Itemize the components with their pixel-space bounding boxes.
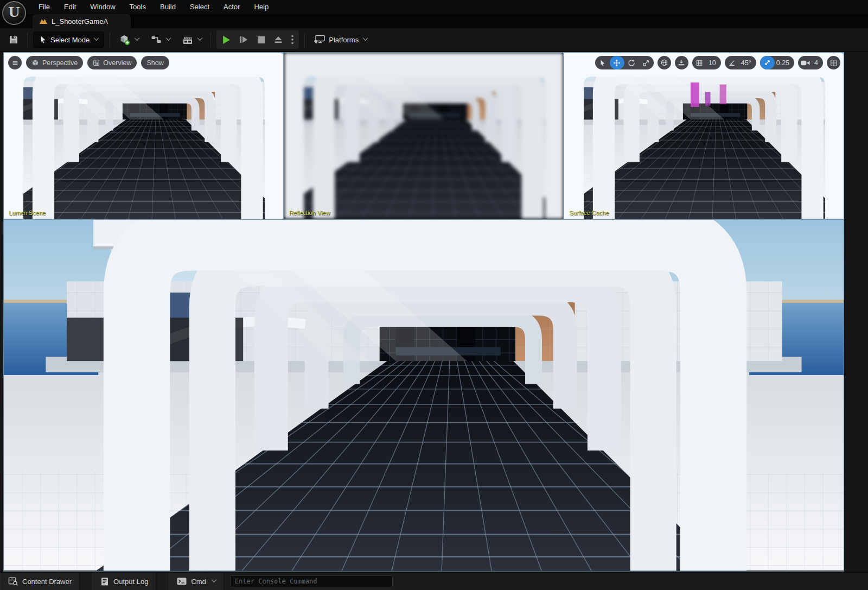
rotation-snap-control: 45° [725,56,756,69]
viewport-toolbar-right: 10 45° 0.25 [595,56,840,69]
scale-snap-toggle[interactable] [760,56,775,69]
perspective-label: Perspective [42,59,78,67]
coordinate-system-button[interactable] [658,56,671,69]
move-tool-button[interactable] [610,56,624,69]
toolbar-separator [27,32,28,47]
select-tool-button[interactable] [595,56,610,69]
camera-speed-value[interactable]: 4 [813,56,823,69]
reflection-view-render [284,53,564,219]
play-button[interactable] [218,31,235,48]
rotation-snap-toggle[interactable] [725,56,739,69]
toolbar-separator [304,32,305,47]
cmd-label: Cmd [191,578,206,586]
content-drawer-label: Content Drawer [22,578,72,586]
menu-select[interactable]: Select [183,0,216,14]
viewport-options-button[interactable] [8,56,22,69]
platforms-dropdown[interactable]: Platforms [310,31,371,48]
chevron-down-icon [94,35,99,41]
cursor-icon [39,35,47,44]
menu-build[interactable]: Build [153,0,183,14]
toolbar-separator [110,32,110,47]
save-icon [9,35,18,45]
surface-cache-missing-highlight [705,92,711,106]
tab-bar: L_ShooterGameA [0,14,868,28]
add-actor-cube-icon [119,34,130,46]
console-command-input[interactable] [230,575,393,587]
level-tab-label: L_ShooterGameA [52,17,108,26]
subview-label: Surface Cache [569,210,609,216]
menu-tools[interactable]: Tools [123,0,153,14]
main-perspective-view[interactable] [4,220,844,571]
camera-speed-control: 4 [798,56,823,69]
save-button[interactable] [5,31,22,48]
stop-icon [258,36,265,43]
unreal-editor-window: U File Edit Window Tools Build Select Ac… [0,0,868,590]
surface-cache-missing-highlight [720,85,726,105]
rotation-snap-value[interactable]: 45° [739,56,756,69]
angle-icon [728,59,736,67]
subview-label: Reflection View [289,210,330,216]
quad-layout-icon [830,59,838,67]
viewport-layout-button[interactable] [827,56,840,69]
grid-snap-value[interactable]: 10 [707,56,721,69]
chevron-down-icon [197,35,203,41]
rotate-tool-icon [628,59,635,67]
viewport-toolbar-left: Perspective Overview Show [8,56,169,69]
console-icon [177,578,187,585]
content-drawer-icon [8,576,18,586]
eject-button[interactable] [270,31,287,48]
play-controls [216,30,299,49]
menu-edit[interactable]: Edit [57,0,83,14]
scale-tool-button[interactable] [639,56,654,69]
platforms-label: Platforms [329,36,359,44]
show-dropdown[interactable]: Show [141,56,169,69]
level-tab[interactable]: L_ShooterGameA [33,14,131,28]
perspective-dropdown[interactable]: Perspective [26,56,83,69]
surface-snapping-button[interactable] [675,56,688,69]
globe-icon [660,59,668,67]
blueprints-icon [151,35,162,45]
move-tool-icon [613,59,621,67]
scale-snap-control: 0.25 [760,56,794,69]
platforms-icon [314,35,326,45]
unreal-logo: U [2,1,26,25]
menu-file[interactable]: File [31,0,57,14]
frame-skip-button[interactable] [235,31,252,48]
menu-bar: U File Edit Window Tools Build Select Ac… [0,0,868,14]
output-log-button[interactable]: Output Log [92,573,157,590]
status-bar: Content Drawer Output Log Cmd [0,572,868,590]
stop-button[interactable] [252,31,270,48]
scale-snap-value[interactable]: 0.25 [775,56,794,69]
subview-lumen-scene[interactable]: Lumen Scene [4,53,283,219]
grid-snap-toggle[interactable] [692,56,707,69]
menu-window[interactable]: Window [83,0,122,14]
blueprints-button[interactable] [148,31,174,48]
chevron-down-icon [211,577,216,582]
scale-tool-icon [642,59,650,67]
cmd-dropdown[interactable]: Cmd [169,573,224,590]
menu-actor[interactable]: Actor [216,0,247,14]
view-mode-label: Overview [103,59,131,67]
cinematics-icon [182,35,193,45]
subview-reflection-view[interactable]: Reflection View [283,53,564,219]
content-drawer-button[interactable]: Content Drawer [0,573,80,590]
menu-help[interactable]: Help [247,0,276,14]
surface-cache-missing-highlight [691,83,699,107]
main-toolbar: Select Mode [0,28,868,52]
select-mode-dropdown[interactable]: Select Mode [33,31,104,48]
subview-surface-cache[interactable]: Surface Cache [563,53,844,219]
camera-speed-button[interactable] [798,56,813,69]
chevron-down-icon [166,35,171,41]
cinematics-button[interactable] [179,31,205,48]
output-log-label: Output Log [113,578,148,586]
rotate-tool-button[interactable] [624,56,639,69]
view-mode-dropdown[interactable]: Overview [87,56,137,69]
view-mode-grid-icon [93,59,100,66]
eject-icon [274,36,283,43]
grid-snap-control: 10 [692,56,721,69]
play-options-button[interactable] [287,31,298,48]
frame-skip-icon [239,36,248,43]
vertical-ellipsis-icon [291,35,293,45]
add-actor-button[interactable] [116,31,142,48]
output-log-icon [100,577,109,586]
